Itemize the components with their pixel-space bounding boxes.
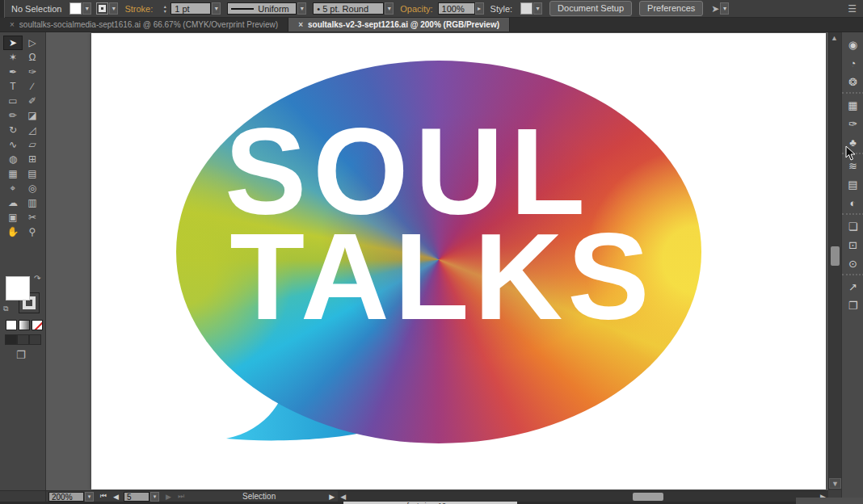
style-dropdown[interactable]: ▾ (533, 2, 542, 15)
none-button[interactable] (32, 320, 43, 330)
item-symbol-sprayer[interactable]: ☁ (3, 195, 23, 210)
item-free-transform[interactable]: ▱ (23, 137, 42, 152)
tools-panel: ➤ ▷ ✶ Ω ✒ ✑ T ∕ ▭ ✐ ✏ ◪ ↻ ◿ ∿ ▱ (0, 32, 46, 504)
gradient-button[interactable] (19, 320, 30, 330)
item-rectangle[interactable]: ▭ (3, 94, 23, 108)
artboard-number-field[interactable]: 5 (124, 492, 149, 502)
horizontal-scrollbar[interactable]: ◀ ▶ (338, 491, 828, 502)
color-button[interactable] (6, 320, 17, 330)
artboard-number-dropdown[interactable]: ▾ (150, 492, 159, 502)
item-eraser[interactable]: ◪ (23, 108, 42, 123)
item-color-guide[interactable]: ◔ (842, 54, 863, 73)
scroll-down-icon[interactable]: ▼ (829, 478, 841, 489)
item-pencil[interactable]: ✏ (3, 108, 23, 123)
draw-inside-button[interactable] (29, 334, 41, 345)
stroke-weight-stepper[interactable]: ▴▾ (161, 4, 169, 14)
fill-color-swatch[interactable] (69, 2, 82, 15)
document-setup-button[interactable]: Document Setup (549, 1, 632, 16)
brush-definition-dropdown[interactable]: ▾ (385, 2, 394, 15)
opacity-field[interactable]: 100% (438, 2, 475, 15)
width-profile-field[interactable]: Uniform (227, 2, 297, 15)
item-slice[interactable]: ✂ (23, 210, 42, 225)
item-layers[interactable]: ❏ (842, 217, 863, 236)
item-perspective-grid[interactable]: ⊞ (23, 152, 42, 166)
item-swatches[interactable]: ▦ (842, 96, 863, 115)
fill-proxy-swatch[interactable] (6, 276, 30, 300)
document-tab[interactable]: × soultalks-v2-3-sept1216.ai @ 200% (RGB… (288, 18, 510, 32)
item-blend[interactable]: ◎ (23, 181, 42, 195)
item-transparency[interactable]: ◐ (842, 194, 863, 215)
item-paintbrush[interactable]: ✐ (23, 94, 42, 108)
opacity-label[interactable]: Opacity: (400, 4, 432, 14)
stroke-label[interactable]: Stroke: (124, 4, 153, 14)
item-scale[interactable]: ◿ (23, 123, 42, 137)
zoom-level-field[interactable]: 200% (48, 492, 84, 502)
opacity-dropdown[interactable]: ▸ (475, 2, 484, 15)
status-arrow-icon[interactable]: ▶ (329, 493, 335, 501)
stroke-profile-line-icon (231, 8, 254, 10)
item-eyedropper[interactable]: ⌖ (3, 181, 23, 195)
previous-artboard-button[interactable]: ◀ (113, 493, 119, 501)
select-similar-dropdown[interactable]: ▾ (720, 2, 729, 15)
window-edge (0, 0, 5, 18)
collapse-panel-icon[interactable]: ☰ (848, 3, 857, 15)
scroll-up-icon[interactable]: ▲ (831, 34, 838, 42)
draw-normal-button[interactable] (5, 334, 17, 345)
item-mesh[interactable]: ▦ (3, 166, 23, 181)
fill-color-dropdown[interactable]: ▾ (82, 2, 91, 15)
item-type[interactable]: T (3, 79, 23, 94)
last-artboard-button[interactable]: ⏭ (178, 492, 184, 501)
screen-mode-icon[interactable]: ❐ (16, 349, 26, 361)
item-asset-export[interactable]: ⊙ (842, 254, 863, 275)
item-hand[interactable]: ✋ (3, 225, 23, 239)
brush-definition-field[interactable]: • 5 pt. Round (313, 2, 384, 15)
zoom-level-dropdown[interactable]: ▾ (85, 492, 94, 502)
selection-status-label: No Selection (11, 4, 61, 14)
item-selection[interactable]: ➤ (3, 36, 23, 50)
pasteboard[interactable]: SOUL TALKS (46, 32, 828, 490)
item-column-graph[interactable]: ▥ (23, 195, 42, 210)
swap-fill-stroke-icon[interactable]: ↷ (34, 274, 40, 283)
item-pen[interactable]: ✒ (3, 65, 23, 79)
first-artboard-button[interactable]: ⏮ (100, 492, 107, 501)
item-direct-selection[interactable]: ▷ (23, 36, 42, 50)
tab-close-icon[interactable]: × (298, 20, 303, 29)
item-color-themes[interactable]: ❂ (842, 73, 863, 94)
stroke-weight-field[interactable]: 1 pt (170, 2, 211, 15)
item-artboards[interactable]: ⊡ (842, 236, 863, 254)
item-line-segment[interactable]: ∕ (23, 79, 42, 94)
item-libraries[interactable]: ❐ (842, 296, 863, 315)
width-profile-dropdown[interactable]: ▾ (297, 2, 306, 15)
next-artboard-button[interactable]: ▶ (166, 493, 171, 501)
item-artboard[interactable]: ▣ (3, 210, 23, 225)
stroke-color-swatch[interactable] (96, 2, 108, 15)
item-shape-builder[interactable]: ◍ (3, 152, 23, 166)
item-export-for-screens[interactable]: ↗ (842, 278, 863, 296)
stroke-weight-dropdown[interactable]: ▾ (212, 2, 221, 15)
tab-close-icon[interactable]: × (10, 20, 15, 29)
item-lasso[interactable]: Ω (23, 50, 42, 65)
default-fill-stroke-icon[interactable]: ⧉ (3, 304, 8, 313)
vertical-scrollbar[interactable]: ▲ ▼ (828, 32, 841, 490)
draw-behind-button[interactable] (17, 334, 29, 345)
artboard[interactable]: SOUL TALKS (91, 33, 826, 489)
document-tab[interactable]: × soultalks-socialmedia-sept1616.ai @ 66… (0, 18, 288, 32)
item-magic-wand[interactable]: ✶ (3, 50, 23, 65)
item-zoom[interactable]: ⚲ (23, 225, 42, 239)
item-brushes[interactable]: ✑ (842, 115, 863, 133)
preferences-button[interactable]: Preferences (639, 1, 703, 16)
item-rotate[interactable]: ↻ (3, 123, 23, 137)
panel-icon-list: ◉ ◔ ❂ ▦ ✑ ♣ ≋ ▤ ◐ ❏ ⊡ ⊙ ↗ ❐ (842, 36, 863, 315)
vertical-scroll-thumb[interactable] (831, 246, 840, 266)
item-gradient[interactable]: ▤ (842, 175, 863, 194)
item-color[interactable]: ◉ (842, 36, 863, 54)
horizontal-scroll-thumb[interactable] (633, 493, 663, 501)
style-swatch[interactable] (520, 2, 533, 15)
item-width[interactable]: ∿ (3, 137, 23, 152)
logo-text-line2: TALKS (229, 215, 654, 338)
item-curvature[interactable]: ✑ (23, 65, 42, 79)
select-similar-icon[interactable]: ➤ (711, 3, 719, 15)
item-gradient[interactable]: ▤ (23, 166, 42, 181)
scroll-left-icon[interactable]: ◀ (340, 493, 346, 501)
stroke-color-dropdown[interactable]: ▾ (109, 2, 118, 15)
